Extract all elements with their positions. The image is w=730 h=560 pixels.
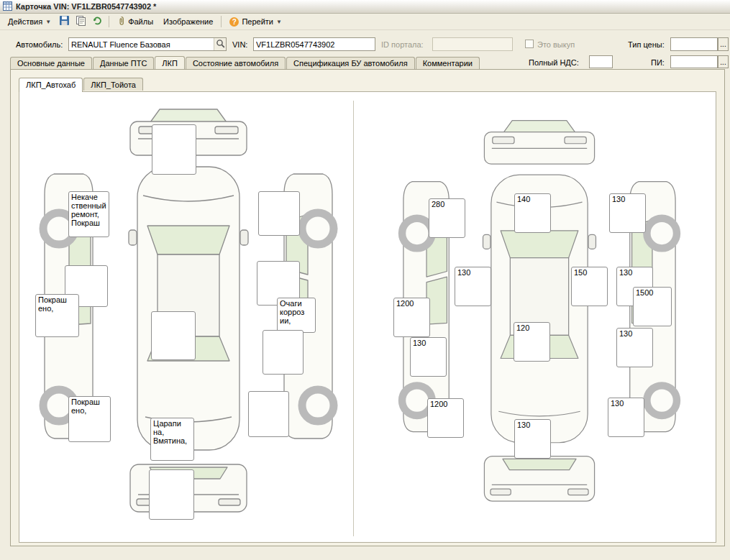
toolbar: Действия ▼ Файлы Изображение ? Перейти ▼	[0, 14, 730, 30]
image-button[interactable]: Изображение	[158, 14, 218, 29]
damage-cost-box[interactable]: 120	[514, 322, 550, 362]
files-button[interactable]: Файлы	[112, 14, 158, 29]
window-title: Карточка VIN: VF1LZBR0547743902 *	[16, 2, 156, 11]
damage-note-box[interactable]: Покраш ено,	[68, 396, 111, 442]
damage-cost-box[interactable]: 130	[616, 328, 653, 367]
full-vat-label: Полный НДС:	[529, 58, 579, 67]
tab-lkp[interactable]: ЛКП	[155, 56, 185, 69]
dropdown-arrow-icon: ▼	[45, 19, 51, 25]
toolbar-separator	[109, 16, 109, 27]
files-label: Файлы	[128, 17, 153, 26]
damage-cost-box[interactable]: 130	[514, 419, 551, 459]
price-type-input[interactable]	[670, 37, 718, 51]
damage-cost-box[interactable]: 130	[608, 398, 644, 437]
search-icon	[216, 39, 225, 50]
buyout-label: Это выкуп	[537, 40, 575, 49]
damage-cost-box[interactable]: 280	[429, 198, 465, 238]
damage-cost-box[interactable]: 130	[410, 337, 447, 377]
damage-note-box[interactable]: Некаче ственный ремонт, Покраш	[68, 191, 109, 237]
damage-note-box[interactable]	[248, 391, 289, 437]
lkp-canvas: Некаче ственный ремонт, Покраш Покраш ен…	[19, 91, 716, 543]
subtab-lkp-autohub[interactable]: ЛКП_Автохаб	[19, 78, 83, 92]
vin-input[interactable]	[253, 37, 375, 51]
paperclip-icon	[117, 16, 125, 27]
damage-note-box[interactable]: Очаги корроз ии,	[277, 298, 316, 333]
buyout-checkbox[interactable]	[525, 40, 534, 48]
portal-id-label: ID портала:	[381, 40, 424, 49]
damage-note-box[interactable]: Покраш ено,	[35, 294, 79, 337]
toolbar-separator	[221, 16, 222, 27]
damage-note-box[interactable]	[258, 191, 300, 236]
refresh-icon	[92, 15, 103, 28]
panel-divider	[353, 101, 354, 536]
actions-menu-button[interactable]: Действия ▼	[3, 14, 56, 29]
damage-cost-box[interactable]: 130	[455, 267, 491, 306]
dropdown-arrow-icon: ▼	[276, 19, 282, 25]
damage-note-box[interactable]	[263, 330, 304, 375]
lkp-tab-page: ЛКП_Автохаб ЛКП_Тойота Некаче ственный р…	[10, 69, 725, 546]
car-label: Автомобиль:	[16, 40, 63, 49]
car-input[interactable]	[69, 38, 214, 50]
damage-cost-box[interactable]: 1200	[427, 398, 464, 438]
tab-car-state[interactable]: Состояние автомобиля	[186, 57, 286, 69]
damage-note-box[interactable]	[151, 311, 196, 360]
actions-label: Действия	[8, 17, 42, 26]
damage-cost-box[interactable]: 1200	[393, 298, 430, 337]
full-vat-input[interactable]	[589, 55, 613, 68]
damage-note-box[interactable]	[149, 469, 194, 520]
status-bar	[0, 547, 730, 560]
subtab-lkp-toyota[interactable]: ЛКП_Тойота	[83, 78, 143, 91]
tab-bu-spec[interactable]: Спецификация БУ автомобиля	[286, 57, 415, 69]
damage-cost-box[interactable]: 140	[514, 193, 551, 233]
damage-note-box[interactable]: Царапи на, Вмятина,	[150, 418, 194, 461]
vin-card-window: Карточка VIN: VF1LZBR0547743902 * Действ…	[0, 0, 730, 560]
floppy-icon	[59, 15, 70, 28]
main-tabs: Основные данные Данные ПТС ЛКП Состояние…	[10, 57, 480, 70]
pi-input[interactable]	[670, 55, 718, 68]
price-type-select-button[interactable]: ...	[718, 37, 729, 51]
damage-note-box[interactable]	[152, 124, 196, 175]
lkp-subtabs: ЛКП_Автохаб ЛКП_Тойота	[19, 78, 144, 92]
goto-label: Перейти	[242, 17, 273, 26]
window-icon	[3, 1, 12, 12]
car-field	[68, 37, 227, 51]
pi-label: ПИ:	[651, 58, 665, 67]
price-type-label: Тип цены:	[628, 40, 665, 49]
car-select-button[interactable]	[214, 38, 226, 50]
damage-cost-box[interactable]: 130	[609, 193, 646, 233]
tab-main-data[interactable]: Основные данные	[10, 57, 92, 69]
save-button[interactable]	[56, 14, 73, 29]
pi-select-button[interactable]: ...	[718, 55, 729, 68]
damage-cost-box[interactable]: 150	[571, 267, 608, 306]
title-bar: Карточка VIN: VF1LZBR0547743902 *	[0, 0, 730, 14]
damage-cost-box[interactable]: 1500	[633, 287, 672, 326]
refresh-button[interactable]	[89, 14, 106, 29]
vin-label: VIN:	[232, 40, 247, 49]
tab-pts-data[interactable]: Данные ПТС	[93, 57, 154, 69]
help-icon: ?	[229, 17, 239, 27]
image-label: Изображение	[163, 17, 213, 26]
copy-button[interactable]	[73, 14, 89, 29]
tab-comments[interactable]: Комментарии	[416, 57, 480, 69]
portal-id-input[interactable]	[432, 37, 513, 51]
goto-menu-button[interactable]: ? Перейти ▼	[224, 14, 287, 29]
copy-icon	[76, 15, 86, 28]
